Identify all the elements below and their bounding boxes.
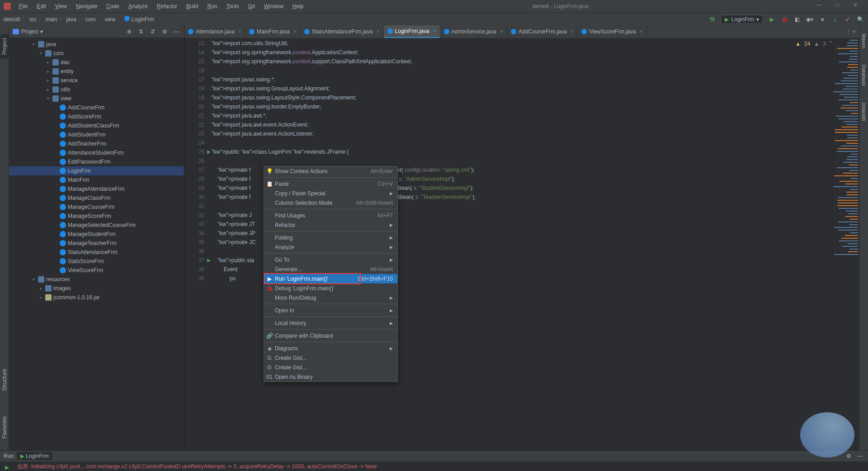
minimap[interactable] [832,38,859,450]
tree-node[interactable]: ManageTeacherFrm [9,239,184,248]
profile-button[interactable]: ◉▾ [806,15,814,24]
tree-node[interactable]: AddStudentClassFrm [9,121,184,130]
context-menu-item[interactable]: Find UsagesAlt+F7 [264,211,397,220]
tree-node[interactable]: ▸utils [9,85,184,94]
close-tab-icon[interactable]: × [500,28,503,35]
context-menu-item[interactable]: ▶Run 'LoginFrm.main()'Ctrl+Shift+F10 [264,274,397,283]
tree-node[interactable]: StatsAttendanceFrm [9,248,184,257]
tree-node[interactable]: ManageClassFrm [9,193,184,203]
tree-node[interactable]: ViewScoreFrm [9,266,184,275]
menu-help[interactable]: Help [289,1,307,11]
tree-node[interactable]: LoginFrm [9,166,184,175]
context-menu-item[interactable]: 🔗Compare with Clipboard [264,331,397,340]
context-menu-item[interactable]: Copy / Paste Special▶ [264,188,397,198]
menu-code[interactable]: Code [103,1,123,11]
close-tab-icon[interactable]: × [571,28,574,35]
menu-tools[interactable]: Tools [223,1,243,11]
tree-node[interactable]: ▾view [9,94,184,103]
rerun-button[interactable]: ▶ [3,463,11,471]
menu-refactor[interactable]: Refactor [153,1,181,11]
build-button[interactable]: ⚒ [708,15,716,24]
project-tool-tab[interactable]: Project [0,34,9,58]
tree-node[interactable]: ▸jcommon-1.0.16.jar [9,293,184,302]
tree-node[interactable]: MainFrm [9,175,184,184]
menu-navigate[interactable]: Navigate [72,1,101,11]
context-menu-item[interactable]: Open In▶ [264,306,397,315]
hide-run-button[interactable]: — [856,452,864,460]
run-settings-icon[interactable]: ⚙ [844,452,853,460]
tree-node[interactable]: ▸dao [9,58,184,67]
coverage-button[interactable]: ◧ [793,15,801,24]
settings-icon[interactable]: ⚙ [160,28,169,36]
context-menu-item[interactable]: Go To▶ [264,255,397,264]
context-menu-item[interactable]: More Run/Debug▶ [264,293,397,302]
context-menu-item[interactable]: Refactor▶ [264,220,397,230]
maven-tool-tab[interactable]: Maven [860,30,868,52]
tree-node[interactable]: EditPasswordFrm [9,157,184,166]
menu-git[interactable]: Git [245,1,259,11]
context-menu-item[interactable]: ◈Diagrams▶ [264,344,397,353]
context-menu-item[interactable]: 🐞Debug 'LoginFrm.main()' [264,283,397,293]
tree-node[interactable]: ManageSelectedCourseFrm [9,221,184,230]
context-menu-item[interactable]: Column Selection ModeAlt+Shift+Insert [264,198,397,207]
tree-node[interactable]: AttendanceStudentFrm [9,148,184,157]
menu-window[interactable]: Window [260,1,287,11]
tree-node[interactable]: StatsScoreFrm [9,257,184,266]
tree-node[interactable]: ManageCourseFrm [9,203,184,212]
tree-node[interactable]: ▾resources [9,275,184,284]
close-tab-icon[interactable]: × [433,28,436,34]
menu-edit[interactable]: Edit [33,1,50,11]
project-tree[interactable]: ▾java▾com▸dao▸entity▸service▸utils▾viewA… [9,38,184,450]
editor-tab[interactable]: StatsAttendanceFrm.java× [301,25,384,38]
tree-node[interactable]: ManageScoreFrm [9,212,184,221]
tree-node[interactable]: AddCourseFrm [9,103,184,112]
select-opened-file-button[interactable]: ⊕ [125,28,133,36]
editor-tab[interactable]: Attendance.java× [184,25,245,38]
menu-run[interactable]: Run [204,1,221,11]
menu-analyze[interactable]: Analyze [125,1,151,11]
minimize-button[interactable]: — [814,2,825,11]
editor-tab[interactable]: MainFrm.java× [245,25,301,38]
breadcrumb-item[interactable]: view [104,16,115,23]
close-tab-icon[interactable]: × [238,28,241,35]
close-tab-icon[interactable]: × [293,28,297,35]
run-configuration-selector[interactable]: ▶ LoginFrm ▾ [721,15,763,24]
breadcrumb-item[interactable]: main [46,16,57,23]
editor-tab[interactable]: ViewScoreFrm.java× [578,25,647,38]
menu-build[interactable]: Build [183,1,202,11]
search-everywhere-button[interactable]: 🔍 [856,15,864,24]
dropdown-icon[interactable]: ▾ [40,28,43,35]
context-menu-item[interactable]: GCreate Gist... [264,353,397,363]
breadcrumb-item[interactable]: src [29,16,37,23]
jclasslib-tool-tab[interactable]: Jclasslib [860,99,868,125]
tree-node[interactable]: AddScoreFrm [9,112,184,121]
tree-node[interactable]: ▾java [9,40,184,49]
close-tab-icon[interactable]: × [377,28,380,35]
close-tab-icon[interactable]: × [640,28,643,35]
context-menu-item[interactable]: GCreate Gist... [264,363,397,372]
breadcrumb-item[interactable]: demo6 [4,16,20,23]
run-button[interactable]: ▶ [768,15,776,24]
context-menu-item[interactable]: 01Open As Binary [264,372,397,382]
debug-button[interactable]: 🐞 [780,15,788,24]
tree-node[interactable]: ▸images [9,284,184,293]
hide-button[interactable]: — [172,28,180,36]
favorites-tool-tab[interactable]: Favorites [0,413,9,442]
tree-node[interactable]: ManageAttendanceFrm [9,184,184,193]
more-tabs[interactable]: ⋮ ▾ [842,28,859,35]
tree-node[interactable]: ▸entity [9,67,184,76]
context-menu-item[interactable]: Local History▶ [264,318,397,328]
collapse-all-button[interactable]: ⇵ [149,28,157,36]
stop-button[interactable]: ■ [818,15,826,24]
tree-node[interactable]: ▾com [9,49,184,58]
run-output[interactable]: 信息: Initializing c3p0 pool... com.mchang… [14,462,868,471]
tree-node[interactable]: AddTeacherFrm [9,139,184,148]
editor-tab[interactable]: AdminService.java× [440,25,507,38]
breadcrumb-item[interactable]: com [85,16,96,23]
menu-view[interactable]: View [52,1,71,11]
expand-all-button[interactable]: ⇅ [137,28,145,36]
menu-file[interactable]: File [15,1,31,11]
database-tool-tab[interactable]: Database [860,61,868,89]
tree-node[interactable]: ▸service [9,76,184,85]
tree-node[interactable]: ManageStudentFrm [9,230,184,239]
